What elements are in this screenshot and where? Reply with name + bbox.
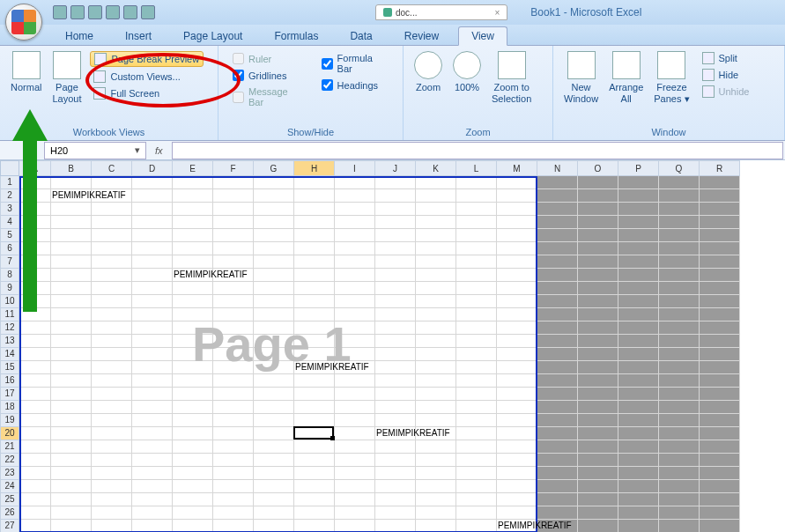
cell[interactable] — [416, 308, 456, 321]
cell[interactable] — [375, 308, 416, 321]
cell[interactable] — [618, 203, 659, 216]
cell[interactable] — [213, 388, 254, 401]
row-header-7[interactable]: 7 — [0, 255, 19, 269]
cell[interactable] — [659, 176, 700, 189]
col-header-I[interactable]: I — [335, 160, 375, 176]
cell[interactable] — [132, 427, 173, 440]
cell[interactable] — [456, 203, 497, 216]
tab-insert[interactable]: Insert — [113, 27, 164, 45]
cell[interactable] — [537, 480, 578, 493]
cell[interactable] — [700, 361, 740, 374]
cell[interactable] — [19, 203, 51, 216]
cell[interactable] — [92, 203, 132, 216]
cell[interactable] — [578, 427, 618, 440]
cell[interactable] — [659, 321, 700, 335]
cell[interactable] — [19, 189, 51, 203]
cell[interactable] — [294, 493, 335, 506]
cell[interactable] — [537, 348, 578, 361]
cell[interactable] — [294, 321, 335, 335]
page-break-preview-button[interactable]: Page Break Preview — [90, 51, 204, 67]
cell[interactable] — [659, 467, 700, 480]
cell[interactable] — [173, 388, 213, 401]
cell[interactable] — [659, 348, 700, 361]
cell[interactable] — [700, 269, 740, 282]
cell[interactable] — [294, 506, 335, 520]
cell[interactable] — [659, 480, 700, 493]
cell[interactable] — [578, 506, 618, 520]
cell[interactable] — [335, 348, 375, 361]
cell[interactable] — [132, 480, 173, 493]
cell[interactable] — [173, 335, 213, 348]
cell[interactable] — [92, 308, 132, 321]
cell[interactable] — [700, 335, 740, 348]
tab-view[interactable]: View — [458, 26, 507, 46]
cell[interactable] — [19, 520, 51, 532]
row-header-3[interactable]: 3 — [0, 203, 19, 216]
cell[interactable] — [537, 255, 578, 269]
cell[interactable] — [254, 348, 294, 361]
cell[interactable] — [375, 361, 416, 374]
cell[interactable] — [578, 282, 618, 295]
cell[interactable] — [51, 229, 92, 242]
cell[interactable] — [578, 216, 618, 229]
cell[interactable] — [213, 176, 254, 189]
cell[interactable] — [335, 229, 375, 242]
cell[interactable] — [173, 216, 213, 229]
cell[interactable] — [416, 388, 456, 401]
cell[interactable] — [578, 295, 618, 308]
cell[interactable] — [132, 467, 173, 480]
cell[interactable] — [294, 440, 335, 454]
cell[interactable] — [659, 493, 700, 506]
cell[interactable] — [19, 361, 51, 374]
cell[interactable] — [92, 427, 132, 440]
cell[interactable] — [618, 255, 659, 269]
cell[interactable] — [294, 414, 335, 427]
col-header-R[interactable]: R — [700, 160, 740, 176]
cell[interactable] — [213, 216, 254, 229]
message-bar-checkbox[interactable]: Message Bar — [233, 86, 304, 107]
row-header-17[interactable]: 17 — [0, 388, 19, 401]
cell[interactable] — [294, 348, 335, 361]
col-header-D[interactable]: D — [132, 160, 173, 176]
cell[interactable] — [537, 295, 578, 308]
cell[interactable] — [537, 401, 578, 414]
cell[interactable] — [173, 295, 213, 308]
cell[interactable] — [294, 255, 335, 269]
cell[interactable] — [132, 282, 173, 295]
cell[interactable] — [19, 308, 51, 321]
cell[interactable] — [375, 255, 416, 269]
row-header-19[interactable]: 19 — [0, 414, 19, 427]
cell[interactable] — [132, 388, 173, 401]
cell[interactable] — [578, 255, 618, 269]
cell[interactable] — [173, 493, 213, 506]
cell[interactable] — [375, 493, 416, 506]
cell[interactable] — [375, 335, 416, 348]
tab-formulas[interactable]: Formulas — [262, 27, 330, 45]
cell[interactable] — [213, 335, 254, 348]
cell[interactable] — [213, 203, 254, 216]
cell[interactable] — [497, 295, 537, 308]
cell[interactable] — [213, 401, 254, 414]
cell[interactable] — [497, 335, 537, 348]
cell[interactable] — [132, 203, 173, 216]
row-header-8[interactable]: 8 — [0, 269, 19, 282]
cell[interactable] — [51, 203, 92, 216]
cell[interactable] — [19, 295, 51, 308]
cell[interactable] — [51, 427, 92, 440]
cell[interactable] — [618, 388, 659, 401]
cell[interactable] — [416, 467, 456, 480]
cell[interactable] — [497, 269, 537, 282]
cell[interactable] — [497, 414, 537, 427]
cell[interactable] — [659, 427, 700, 440]
cell[interactable] — [375, 269, 416, 282]
row-header-14[interactable]: 14 — [0, 348, 19, 361]
cell[interactable] — [456, 401, 497, 414]
cell[interactable] — [618, 295, 659, 308]
cell[interactable] — [92, 295, 132, 308]
cell[interactable] — [254, 308, 294, 321]
cell[interactable] — [132, 401, 173, 414]
cell[interactable] — [173, 454, 213, 467]
cell[interactable] — [213, 242, 254, 255]
cell[interactable] — [700, 176, 740, 189]
cell[interactable] — [19, 480, 51, 493]
